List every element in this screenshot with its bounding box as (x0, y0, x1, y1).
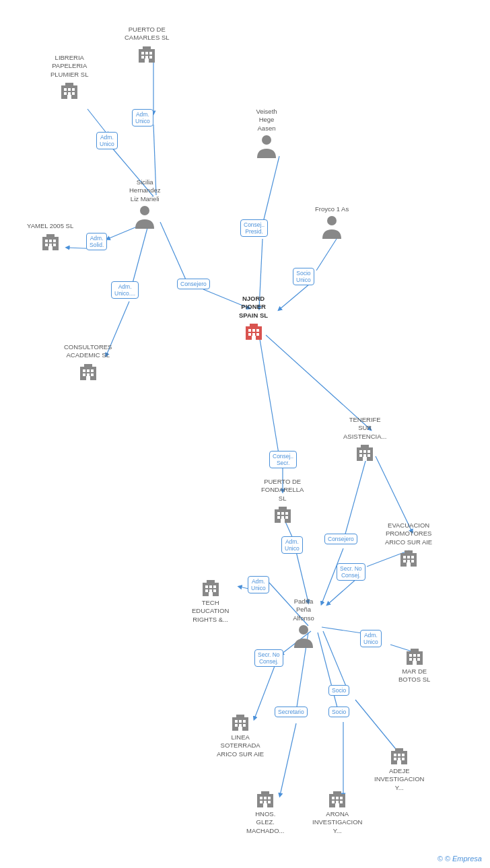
svg-rect-117 (213, 589, 216, 592)
badge-consej-secr-fondarella: Consej..Secr. (269, 451, 297, 468)
svg-rect-56 (49, 240, 52, 242)
svg-rect-131 (235, 720, 238, 723)
svg-line-12 (316, 239, 337, 270)
node-tenerife-sur: TENERIFESURASISTENCIA... (343, 416, 386, 464)
svg-rect-165 (395, 748, 403, 752)
svg-point-73 (327, 216, 337, 225)
svg-rect-122 (413, 654, 416, 657)
svg-rect-141 (264, 797, 267, 799)
badge-socio-unico-froyco: SocioUnico (293, 268, 314, 285)
svg-rect-98 (407, 560, 410, 563)
badge-secretario-hnos: Secretario (275, 707, 308, 717)
svg-rect-55 (45, 240, 48, 242)
svg-rect-83 (250, 324, 258, 327)
svg-rect-80 (252, 333, 255, 336)
node-puerto-fondarella: PUERTO DEFONDARELLASL (261, 478, 304, 526)
building-icon-evacuacion (398, 548, 419, 569)
svg-rect-89 (363, 454, 366, 457)
badge-adm-unico-camarles: Adm.Unico (132, 109, 153, 126)
node-mar-botos: MAR DEBOTOS SL (398, 646, 430, 686)
svg-rect-38 (145, 52, 148, 55)
svg-rect-104 (281, 512, 284, 515)
svg-point-72 (262, 135, 271, 145)
svg-line-34 (323, 631, 347, 688)
svg-rect-113 (209, 585, 212, 588)
building-icon-linea (230, 712, 251, 733)
svg-point-74 (140, 206, 149, 215)
svg-rect-58 (45, 244, 48, 246)
svg-line-10 (262, 156, 279, 225)
badge-adm-unico-fondarella: Adm.Unico (281, 536, 303, 554)
svg-rect-147 (261, 791, 269, 795)
watermark-text: © Empresa (445, 855, 482, 863)
building-icon-libreria (59, 80, 80, 102)
svg-line-19 (345, 456, 367, 536)
svg-rect-68 (87, 373, 90, 376)
node-linea-soterrada: LINEASOTERRADAARICO SUR AIE (217, 712, 264, 760)
svg-line-16 (266, 335, 370, 429)
badge-adm-unico-tech: Adm.Unico (248, 576, 269, 593)
svg-rect-134 (235, 724, 238, 727)
node-evacuacion: EVACUACIONPROMOTORESARICO SUR AIE (385, 521, 432, 569)
svg-rect-94 (403, 556, 406, 558)
svg-rect-149 (332, 797, 335, 799)
svg-rect-48 (72, 88, 75, 91)
svg-rect-88 (359, 454, 362, 457)
svg-rect-105 (285, 512, 288, 515)
svg-line-6 (131, 225, 148, 288)
svg-rect-62 (46, 234, 55, 238)
node-froyco: Froyco 1 As (315, 205, 349, 239)
svg-rect-145 (268, 801, 271, 803)
svg-rect-160 (402, 754, 405, 756)
node-puerto-camarles: PUERTO DECAMARLES SL (125, 26, 170, 65)
svg-rect-100 (407, 563, 411, 567)
svg-rect-136 (243, 724, 246, 727)
svg-rect-86 (363, 450, 366, 453)
building-icon-njord (243, 321, 265, 342)
svg-rect-57 (53, 240, 56, 242)
badge-consejero-sicilia: Consejero (177, 279, 210, 289)
node-hnos-glez: HNOS.GLEZ.MACHADO... (246, 789, 284, 836)
svg-rect-66 (91, 369, 94, 372)
svg-rect-115 (205, 589, 208, 592)
building-icon-puerto-camarles (136, 44, 158, 65)
svg-rect-44 (143, 46, 151, 50)
svg-line-13 (279, 284, 310, 310)
node-libreria-plumier: LIBRERIAPAPELERIAPLUMIER SL (50, 54, 89, 102)
svg-rect-159 (398, 754, 400, 756)
svg-rect-53 (65, 83, 73, 86)
badge-consejero-tenerife: Consejero (324, 534, 357, 544)
svg-line-21 (376, 456, 412, 532)
building-icon-yamel (40, 231, 61, 253)
building-icon-tenerife (354, 442, 376, 464)
badge-socio-arona: Socio (328, 707, 349, 717)
svg-rect-140 (260, 797, 262, 799)
svg-rect-150 (336, 797, 339, 799)
building-icon-tech (200, 577, 221, 599)
badge-adm-unico-mar: Adm.Unico (360, 630, 382, 647)
person-icon-sicilia (134, 205, 155, 229)
svg-rect-79 (248, 333, 251, 336)
badge-socio-adeje: Socio (328, 685, 349, 696)
svg-rect-43 (145, 59, 149, 63)
badge-adm-solid-yamel: Adm.Solid. (86, 233, 107, 250)
svg-rect-133 (243, 720, 246, 723)
svg-rect-61 (48, 246, 53, 250)
badge-secr-no-consej-evacuacion: Secr. NoConsej. (337, 563, 365, 581)
svg-rect-78 (256, 329, 259, 332)
svg-rect-82 (252, 336, 256, 340)
svg-rect-121 (409, 654, 412, 657)
svg-rect-42 (149, 56, 152, 59)
svg-rect-146 (263, 803, 267, 807)
svg-rect-101 (405, 550, 413, 554)
svg-rect-91 (363, 457, 367, 461)
svg-rect-76 (248, 329, 251, 332)
building-icon-consultores (77, 361, 99, 383)
person-icon-padilla (293, 624, 314, 648)
svg-rect-70 (86, 376, 90, 380)
svg-rect-96 (411, 556, 414, 558)
svg-rect-97 (403, 560, 406, 563)
svg-rect-118 (209, 592, 213, 596)
svg-rect-151 (340, 797, 343, 799)
svg-rect-116 (209, 589, 212, 592)
